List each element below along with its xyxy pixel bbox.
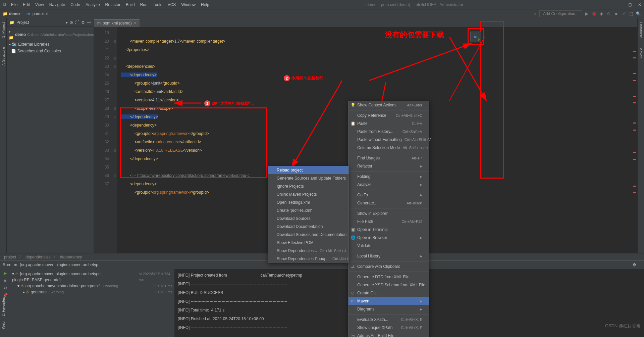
menu-item-openset[interactable]: Open 'settings.xml': [268, 198, 348, 206]
menu-item-paste-without-formatting[interactable]: Paste without FormattingCtrl+Alt+Shift+V: [348, 136, 429, 144]
menu-item-showdepp[interactable]: Show Dependencies Popup...Ctrl+Alt+U: [268, 255, 348, 263]
everywhere-icon[interactable]: ⬚: [628, 11, 634, 17]
context-menu-maven[interactable]: Reload projectGenerate Sources and Updat…: [268, 166, 349, 263]
menu-item-open-in-browser[interactable]: 🌐Open in Browser▸: [348, 234, 429, 242]
menu-item-validate[interactable]: Validate: [348, 242, 429, 250]
tree-scratches[interactable]: Scratches and Consoles: [17, 48, 61, 54]
debug-icon[interactable]: 🐞: [591, 11, 597, 17]
menu-code[interactable]: Code: [68, 1, 83, 8]
run-tab[interactable]: [org.apache.maven.plugins:maven-archetyp…: [20, 262, 101, 267]
menu-help[interactable]: Help: [199, 1, 212, 8]
menu-item-find-usages[interactable]: Find UsagesAlt+F7: [348, 154, 429, 162]
add-configuration-button[interactable]: Add Configuration...: [539, 10, 582, 17]
stop-icon[interactable]: ■: [613, 11, 619, 17]
menu-item-file-path[interactable]: File PathCtrl+Alt+F12: [348, 218, 429, 226]
crumb-dependency[interactable]: dependency: [60, 255, 82, 259]
gear-icon[interactable]: ⚙: [81, 20, 85, 25]
menu-file[interactable]: File: [9, 1, 20, 8]
menu-item-generate-dtd-from-xml-file[interactable]: Generate DTD from XML File: [348, 273, 429, 281]
expand-icon[interactable]: ⛶: [75, 20, 79, 25]
project-title: Project: [16, 20, 64, 25]
menu-item-show-unique-xpath[interactable]: Show unique XPathCtrl+Alt+X, P: [348, 324, 429, 332]
tree-external-libs[interactable]: External Libraries: [18, 41, 49, 47]
crumb-dependencies[interactable]: dependencies: [25, 255, 51, 259]
menu-edit[interactable]: Edit: [20, 1, 32, 8]
run-settings-icon[interactable]: ⚙ —: [633, 262, 641, 267]
menu-item-dldoc[interactable]: Download Documentation: [268, 223, 348, 231]
tab-favorites[interactable]: 2: Favorites: [1, 297, 5, 316]
menu-item-evaluate-xpath-[interactable]: Evaluate XPath...Ctrl+Alt+X, E: [348, 316, 429, 324]
filter-icon[interactable]: ⚙: [3, 286, 7, 290]
breadcrumb-project[interactable]: demo: [9, 11, 20, 16]
menu-item-analyze[interactable]: Analyze▸: [348, 181, 429, 189]
menu-refactor[interactable]: Refactor: [103, 1, 123, 8]
menu-item-maven[interactable]: mMaven▸: [348, 297, 429, 305]
run-title: Run:: [3, 262, 11, 267]
menu-tools[interactable]: Tools: [151, 1, 165, 8]
menu-item-unlink[interactable]: Unlink Maven Projects: [268, 190, 348, 198]
tab-project[interactable]: 1: Project: [1, 21, 6, 39]
tab-web[interactable]: Web: [1, 322, 5, 329]
menu-item-paste[interactable]: 📋PasteCtrl+V: [348, 119, 429, 128]
profile-icon[interactable]: ⊙: [606, 11, 612, 17]
tab-close-icon[interactable]: ×: [134, 21, 136, 26]
project-tree[interactable]: ▸ 📁demo C:\Users\Administrator\IdeaProje…: [7, 27, 94, 56]
menu-item-showpom[interactable]: Show Effective POM: [268, 239, 348, 247]
minimize-icon[interactable]: —: [618, 2, 622, 7]
tab-pom[interactable]: m pom.xml (demo) ×: [94, 19, 140, 27]
menu-build[interactable]: Build: [123, 1, 137, 8]
tab-database[interactable]: Database: [638, 21, 644, 39]
fold-gutter[interactable]: ⊟⊟⊟⊟⊟⊟⊟: [112, 27, 117, 253]
coverage-icon[interactable]: ◉: [598, 11, 604, 17]
search-icon[interactable]: 🔍: [635, 11, 641, 17]
breadcrumb-file[interactable]: pom.xml: [33, 11, 48, 16]
menu-item-reload[interactable]: Reload project: [268, 166, 348, 174]
menu-item-show-context-actions[interactable]: 💡Show Context ActionsAlt+Enter: [348, 101, 429, 109]
menu-item-add-as-ant-build-file[interactable]: 🐜Add as Ant Build File: [348, 332, 429, 337]
menu-item-generate-[interactable]: Generate...Alt+Insert: [348, 199, 429, 207]
menu-item-compare-with-clipboard[interactable]: ⇄Compare with Clipboard: [348, 262, 429, 271]
maximize-icon[interactable]: ▢: [628, 2, 632, 7]
menu-view[interactable]: View: [33, 1, 46, 8]
menu-item-column-selection-mode[interactable]: Column Selection ModeAlt+Shift+Insert: [348, 144, 429, 152]
menu-item-showdep[interactable]: Show Dependencies...Ctrl+Alt+Shift+U: [268, 247, 348, 255]
stop-icon[interactable]: ■: [4, 278, 6, 283]
menu-run[interactable]: Run: [138, 1, 150, 8]
context-menu-main[interactable]: 💡Show Context ActionsAlt+EnterCopy Refer…: [348, 101, 429, 337]
menu-item-folding[interactable]: Folding▸: [348, 173, 429, 181]
menu-item-diagrams[interactable]: Diagrams▸: [348, 305, 429, 313]
error-stripe[interactable]: [633, 28, 637, 253]
tree-root[interactable]: demo: [15, 32, 26, 38]
tab-maven[interactable]: Maven: [638, 46, 644, 60]
run-tree[interactable]: ▾ ⚠ [org.apache.maven.plugins:maven-arch…: [10, 269, 174, 337]
menu-item-ignore[interactable]: Ignore Projects: [268, 182, 348, 190]
close-icon[interactable]: ✕: [638, 2, 641, 7]
build-icon[interactable]: ⤸: [532, 11, 538, 17]
menu-item-generate-xsd-schema-from-xml-file-[interactable]: Generate XSD Schema from XML File...: [348, 281, 429, 289]
menu-item-show-in-explorer[interactable]: Show in Explorer: [348, 209, 429, 218]
menu-item-create-gist-[interactable]: ⊙Create Gist...: [348, 289, 429, 297]
menu-item-createprof[interactable]: Create 'profiles.xml': [268, 206, 348, 214]
crumb-project[interactable]: project: [4, 255, 16, 259]
menu-navigate[interactable]: Navigate: [47, 1, 67, 8]
menu-item-open-in-terminal[interactable]: ▣Open in Terminal: [348, 226, 429, 234]
tab-structure[interactable]: 7: Structure: [1, 46, 6, 67]
menu-item-refactor[interactable]: Refactor▸: [348, 162, 429, 170]
menu-item-dlboth[interactable]: Download Sources and Documentation: [268, 231, 348, 239]
menu-item-copy-reference[interactable]: Copy ReferenceCtrl+Alt+Shift+C: [348, 111, 429, 119]
run-icon[interactable]: ▶: [584, 11, 590, 17]
maven-reload-button[interactable]: m↻: [470, 32, 481, 42]
menu-item-dlsrc[interactable]: Download Sources: [268, 214, 348, 223]
rerun-icon[interactable]: ▶: [4, 271, 7, 276]
select-icon[interactable]: ⊙: [70, 20, 73, 25]
menu-analyze[interactable]: Analyze: [83, 1, 102, 8]
menu-window[interactable]: Window: [179, 1, 198, 8]
menu-vcs[interactable]: VCS: [165, 1, 178, 8]
menu-item-gensrc[interactable]: Generate Sources and Update Folders: [268, 174, 348, 182]
menu-item-go-to[interactable]: Go To▸: [348, 191, 429, 199]
dropdown-icon[interactable]: ▾: [66, 20, 68, 25]
git-icon[interactable]: ⎇: [621, 11, 627, 17]
menu-item-paste-from-history-[interactable]: Paste from History...Ctrl+Shift+V: [348, 128, 429, 136]
menu-item-local-history[interactable]: Local History▸: [348, 252, 429, 260]
hide-icon[interactable]: —: [87, 20, 91, 25]
